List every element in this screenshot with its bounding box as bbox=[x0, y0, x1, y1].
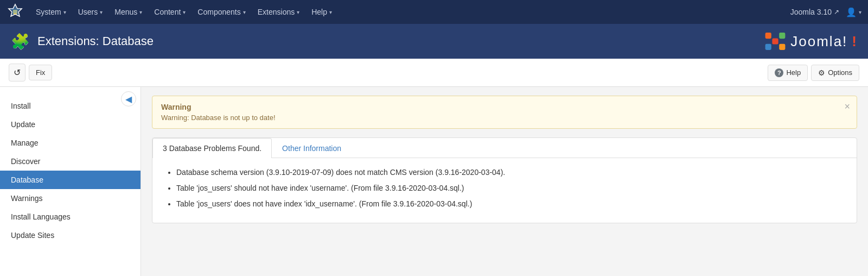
nav-components[interactable]: Components ▾ bbox=[192, 4, 251, 20]
list-item: Table 'jos_users' should not have index … bbox=[176, 183, 846, 194]
sidebar-item-update[interactable]: Update bbox=[0, 115, 141, 134]
warning-alert: Warning Warning: Database is not up to d… bbox=[152, 96, 857, 129]
list-item: Table 'jos_users' does not have index 'i… bbox=[176, 198, 846, 210]
caret-icon: ▾ bbox=[859, 9, 861, 15]
toolbar-right: ? Help ⚙ Options bbox=[768, 65, 859, 81]
joomla-version[interactable]: Joomla 3.10 ↗ bbox=[790, 8, 839, 16]
sidebar-item-install-languages[interactable]: Install Languages bbox=[0, 208, 141, 226]
options-button[interactable]: ⚙ Options bbox=[811, 65, 859, 81]
problems-list: Database schema version (3.9.10-2019-07-… bbox=[163, 167, 846, 210]
close-icon: × bbox=[844, 101, 850, 112]
sidebar-item-discover[interactable]: Discover bbox=[0, 152, 141, 171]
help-circle-icon: ? bbox=[775, 68, 783, 77]
user-icon: 👤 bbox=[846, 7, 857, 17]
alert-message: Warning: Database is not up to date! bbox=[161, 114, 848, 122]
svg-rect-5 bbox=[765, 44, 771, 50]
sidebar-item-warnings[interactable]: Warnings bbox=[0, 189, 141, 208]
gear-icon: ⚙ bbox=[818, 68, 825, 77]
nav-extensions[interactable]: Extensions ▾ bbox=[252, 4, 305, 20]
refresh-icon: ↺ bbox=[14, 67, 21, 78]
toolbar-left: ↺ Fix bbox=[9, 64, 52, 81]
main-layout: ◀ Install Update Manage Discover Databas… bbox=[0, 87, 868, 276]
toolbar: ↺ Fix ? Help ⚙ Options bbox=[0, 59, 868, 87]
alert-title: Warning bbox=[161, 103, 848, 111]
caret-icon: ▾ bbox=[183, 9, 186, 15]
tab-database-problems[interactable]: 3 Database Problems Found. bbox=[152, 138, 272, 158]
joomla-brand: Joomla! ! bbox=[764, 32, 857, 51]
sidebar: ◀ Install Update Manage Discover Databas… bbox=[0, 87, 141, 276]
title-area: 🧩 Extensions: Database bbox=[11, 33, 154, 51]
alert-close-button[interactable]: × bbox=[844, 102, 850, 111]
list-item: Database schema version (3.9.10-2019-07-… bbox=[176, 167, 846, 178]
top-navigation: System ▾ Users ▾ Menus ▾ Content ▾ Compo… bbox=[0, 0, 868, 24]
caret-icon: ▾ bbox=[100, 9, 103, 15]
nav-content[interactable]: Content ▾ bbox=[149, 4, 191, 20]
sidebar-item-manage[interactable]: Manage bbox=[0, 134, 141, 152]
page-header: 🧩 Extensions: Database Joomla! ! bbox=[0, 24, 868, 59]
user-menu[interactable]: 👤 ▾ bbox=[846, 7, 861, 17]
svg-rect-7 bbox=[773, 38, 778, 44]
joomla-small-logo bbox=[7, 3, 24, 21]
help-button[interactable]: ? Help bbox=[768, 65, 808, 81]
tab-other-information[interactable]: Other Information bbox=[272, 138, 352, 158]
caret-icon: ▾ bbox=[329, 9, 332, 15]
nav-items: System ▾ Users ▾ Menus ▾ Content ▾ Compo… bbox=[30, 4, 790, 20]
nav-users[interactable]: Users ▾ bbox=[73, 4, 108, 20]
joomla-logo bbox=[764, 32, 786, 51]
nav-help[interactable]: Help ▾ bbox=[306, 4, 337, 20]
sidebar-item-update-sites[interactable]: Update Sites bbox=[0, 226, 141, 244]
content-area: Warning Warning: Database is not up to d… bbox=[141, 87, 868, 276]
tab-content: Database schema version (3.9.10-2019-07-… bbox=[152, 158, 857, 223]
svg-rect-4 bbox=[779, 33, 785, 39]
refresh-button[interactable]: ↺ bbox=[9, 64, 25, 81]
sidebar-item-install[interactable]: Install bbox=[0, 97, 141, 115]
fix-button[interactable]: Fix bbox=[29, 65, 52, 80]
tabs-header: 3 Database Problems Found. Other Informa… bbox=[152, 138, 857, 158]
external-link-icon: ↗ bbox=[834, 8, 839, 16]
collapse-icon: ◀ bbox=[125, 94, 132, 104]
caret-icon: ▾ bbox=[63, 9, 66, 15]
page-title: Extensions: Database bbox=[37, 34, 154, 48]
nav-right: Joomla 3.10 ↗ 👤 ▾ bbox=[790, 7, 861, 17]
nav-system[interactable]: System ▾ bbox=[30, 4, 72, 20]
caret-icon: ▾ bbox=[297, 9, 299, 15]
sidebar-nav: Install Update Manage Discover Database … bbox=[0, 97, 141, 244]
tabs-container: 3 Database Problems Found. Other Informa… bbox=[152, 137, 857, 223]
puzzle-icon: 🧩 bbox=[11, 33, 30, 51]
svg-rect-3 bbox=[765, 33, 771, 39]
sidebar-item-database[interactable]: Database bbox=[0, 171, 141, 189]
caret-icon: ▾ bbox=[243, 9, 246, 15]
sidebar-collapse-button[interactable]: ◀ bbox=[121, 91, 136, 106]
caret-icon: ▾ bbox=[139, 9, 142, 15]
nav-menus[interactable]: Menus ▾ bbox=[109, 4, 148, 20]
svg-rect-6 bbox=[779, 44, 785, 50]
brand-exclamation: ! bbox=[852, 33, 857, 50]
